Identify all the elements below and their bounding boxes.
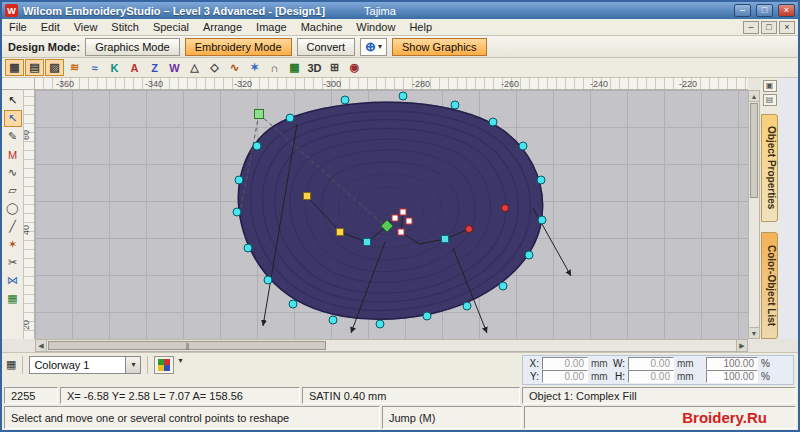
tool-button[interactable]: ◯ (4, 200, 22, 217)
graphics-mode-button[interactable]: Graphics Mode (85, 38, 180, 56)
toolbar-icon[interactable]: ▤ (25, 59, 44, 76)
chevron-down-icon[interactable]: ▾ (125, 357, 140, 373)
tool-button[interactable]: ╱ (4, 218, 22, 235)
toolbar-icon[interactable]: ◇ (205, 59, 224, 76)
x-input[interactable]: 0.00 (542, 357, 588, 370)
menu-item[interactable]: Image (249, 20, 294, 34)
scroll-up-icon[interactable]: ▲ (749, 91, 759, 102)
node-handle[interactable] (286, 114, 294, 122)
convert-button[interactable]: Convert (297, 38, 356, 56)
menu-item[interactable]: Special (146, 20, 196, 34)
scale-y-input[interactable]: 100.00 (706, 370, 758, 383)
scale-x-input[interactable]: 100.00 (706, 357, 758, 370)
node-handle[interactable] (364, 239, 371, 246)
node-handle[interactable] (244, 244, 252, 252)
toolbar-icon[interactable]: ▦ (5, 59, 24, 76)
mdi-restore-button[interactable]: □ (761, 21, 777, 34)
menu-item[interactable]: File (2, 20, 34, 34)
toolbar-icon[interactable]: ◉ (345, 59, 364, 76)
node-handle[interactable] (538, 216, 546, 224)
node-handle[interactable] (304, 193, 311, 200)
vertical-scroll-thumb[interactable] (750, 103, 758, 198)
chevron-down-icon[interactable]: ▾ (178, 356, 182, 365)
tool-button[interactable]: ↖ (4, 92, 22, 109)
node-handle[interactable] (400, 209, 406, 215)
node-handle[interactable] (337, 229, 344, 236)
tool-button[interactable]: ✶ (4, 236, 22, 253)
node-handle[interactable] (235, 176, 243, 184)
design-canvas[interactable] (35, 90, 748, 339)
toolbar-icon[interactable]: ▨ (45, 59, 64, 76)
design-svg[interactable] (35, 90, 748, 339)
node-handle[interactable] (233, 208, 241, 216)
mixed-colors-button[interactable] (154, 356, 174, 374)
hoop-globe-button[interactable]: ⊕ ▾ (360, 38, 387, 56)
node-handle[interactable] (537, 176, 545, 184)
toolbar-icon[interactable]: ≈ (85, 59, 104, 76)
dock-grip-icon[interactable]: ▦ (6, 356, 16, 372)
panel-icon[interactable]: ▤ (763, 94, 777, 106)
node-handle[interactable] (451, 101, 459, 109)
tab-color-object-list[interactable]: Color-Object List (761, 232, 778, 340)
menu-item[interactable]: Arrange (196, 20, 249, 34)
toolbar-icon[interactable]: 3D (305, 59, 324, 76)
tool-button[interactable]: ✂ (4, 254, 22, 271)
tool-button[interactable]: ⋈ (4, 272, 22, 289)
scroll-left-icon[interactable]: ◀ (36, 340, 47, 351)
vertical-scrollbar[interactable]: ▲ ▼ (748, 90, 760, 339)
toolbar-icon[interactable]: ∿ (225, 59, 244, 76)
toolbar-icon[interactable]: ⊞ (325, 59, 344, 76)
end-handle[interactable] (502, 205, 509, 212)
show-graphics-button[interactable]: Show Graphics (392, 38, 487, 56)
mdi-close-button[interactable]: × (779, 21, 795, 34)
menu-item[interactable]: Stitch (104, 20, 146, 34)
scroll-right-icon[interactable]: ▶ (736, 340, 747, 351)
end-handle[interactable] (466, 226, 473, 233)
toolbar-icon[interactable]: W (165, 59, 184, 76)
horizontal-scrollbar[interactable]: ◀ ||| ▶ (35, 339, 748, 352)
tool-button[interactable]: M (4, 146, 22, 163)
toolbar-icon[interactable]: △ (185, 59, 204, 76)
maximize-button[interactable]: □ (756, 4, 773, 17)
menu-item[interactable]: Window (349, 20, 402, 34)
mdi-minimize-button[interactable]: – (743, 21, 759, 34)
node-handle[interactable] (423, 312, 431, 320)
node-handle[interactable] (463, 302, 471, 310)
colorway-select[interactable]: Colorway 1 ▾ (29, 356, 141, 374)
node-handle[interactable] (289, 300, 297, 308)
toolbar-icon[interactable]: A (125, 59, 144, 76)
tool-button[interactable]: ↖ (4, 110, 22, 127)
node-handle[interactable] (264, 276, 272, 284)
panel-icon[interactable]: ▣ (763, 80, 777, 92)
embroidery-mode-button[interactable]: Embroidery Mode (185, 38, 292, 56)
scroll-down-icon[interactable]: ▼ (749, 327, 759, 338)
toolbar-icon[interactable]: ✶ (245, 59, 264, 76)
node-handle[interactable] (392, 215, 398, 221)
node-handle[interactable] (341, 96, 349, 104)
tool-button[interactable]: ▱ (4, 182, 22, 199)
close-button[interactable]: × (778, 4, 795, 17)
node-handle[interactable] (399, 92, 407, 100)
node-handle[interactable] (406, 218, 412, 224)
w-input[interactable]: 0.00 (628, 357, 674, 370)
horizontal-scroll-thumb[interactable]: ||| (48, 341, 326, 350)
menu-item[interactable]: Help (402, 20, 439, 34)
node-handle[interactable] (329, 316, 337, 324)
tab-object-properties[interactable]: Object Properties (761, 114, 778, 222)
node-handle[interactable] (442, 236, 449, 243)
toolbar-icon[interactable]: ≋ (65, 59, 84, 76)
embroidery-object[interactable] (238, 102, 542, 319)
menu-item[interactable]: View (67, 20, 105, 34)
menu-item[interactable]: Edit (34, 20, 67, 34)
toolbar-icon[interactable]: Z (145, 59, 164, 76)
toolbar-icon[interactable]: ∩ (265, 59, 284, 76)
node-handle[interactable] (253, 142, 261, 150)
tool-button[interactable]: ▦ (4, 290, 22, 307)
node-handle[interactable] (525, 251, 533, 259)
tool-button[interactable]: ✎ (4, 128, 22, 145)
start-handle[interactable] (255, 110, 264, 119)
y-input[interactable]: 0.00 (542, 370, 588, 383)
node-handle[interactable] (398, 229, 404, 235)
node-handle[interactable] (376, 320, 384, 328)
tool-button[interactable]: ∿ (4, 164, 22, 181)
